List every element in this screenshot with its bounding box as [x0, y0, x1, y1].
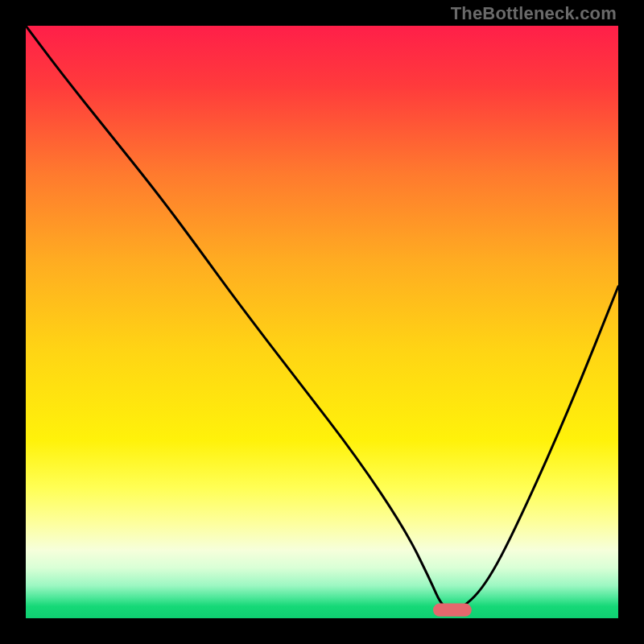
chart-frame: TheBottleneck.com — [0, 0, 644, 644]
attribution-watermark: TheBottleneck.com — [451, 3, 617, 24]
optimal-range-marker — [433, 604, 472, 617]
chart-svg — [26, 26, 618, 618]
chart-plot-area — [26, 26, 618, 618]
chart-background — [26, 26, 618, 618]
